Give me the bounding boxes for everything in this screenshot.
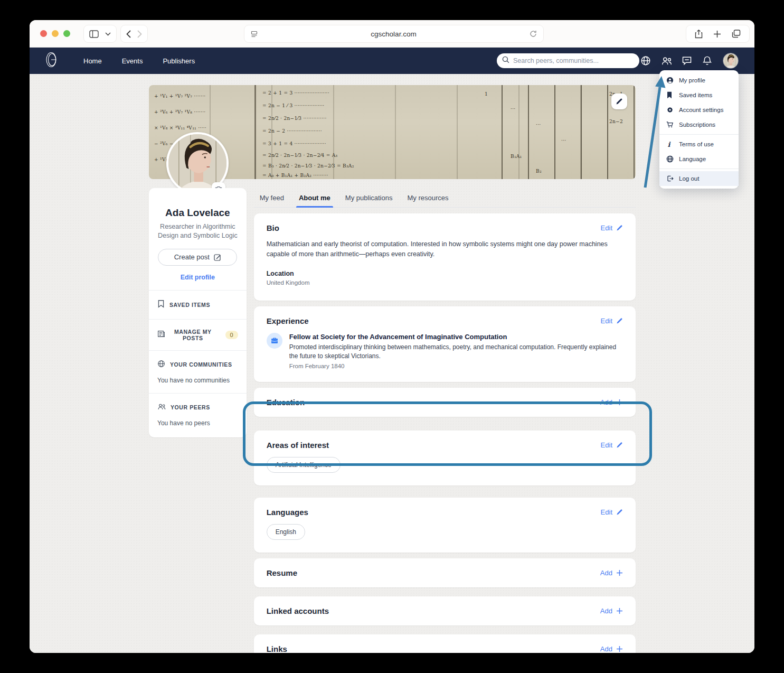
- chevron-down-icon[interactable]: [105, 32, 111, 36]
- menu-item-account-settings[interactable]: Account settings: [659, 102, 739, 117]
- notifications-icon[interactable]: [702, 55, 713, 66]
- experience-title: Experience: [267, 316, 601, 325]
- forward-icon[interactable]: [137, 30, 142, 38]
- nav-link-home[interactable]: Home: [83, 57, 102, 65]
- search-bar: [497, 53, 639, 68]
- divider: [149, 350, 247, 351]
- tab-overview-icon[interactable]: [732, 30, 741, 38]
- cover-formula: + ²V₆ + ²V₇ ¹V₈ ·······: [154, 109, 205, 115]
- cover-formula: = 2n − 2 ·····················: [262, 128, 322, 134]
- add-label: Add: [600, 398, 612, 406]
- edit-cover-button[interactable]: [611, 94, 627, 109]
- edit-label: Edit: [601, 317, 612, 325]
- resume-title: Resume: [267, 568, 600, 577]
- history-nav: [120, 25, 148, 43]
- add-resume-button[interactable]: Add: [600, 569, 623, 577]
- info-icon: i: [666, 141, 674, 148]
- sidebar-toggle-icon[interactable]: [89, 30, 99, 38]
- share-icon[interactable]: [695, 30, 703, 39]
- sidebar-item-saved-items[interactable]: SAVED ITEMS: [157, 300, 238, 310]
- language-chip[interactable]: English: [267, 524, 305, 540]
- posts-icon: [157, 330, 165, 340]
- nav-link-publishers[interactable]: Publishers: [163, 57, 195, 65]
- nav-link-events[interactable]: Events: [122, 57, 143, 65]
- links-section: Links Add: [254, 634, 636, 653]
- cover-formula: 2n−2: [609, 119, 623, 124]
- bio-section: Bio Edit Mathematician and early theoris…: [254, 213, 636, 301]
- cover-formula: = B₃ · 2n⁄2 · 2n−1⁄3 · 2n−2⁄3 = B₃A₂: [262, 163, 354, 169]
- menu-item-my-profile[interactable]: My profile: [659, 73, 739, 88]
- back-icon[interactable]: [126, 30, 131, 38]
- edit-areas-button[interactable]: Edit: [601, 441, 623, 449]
- cover-formula: 1: [485, 91, 488, 97]
- zoom-window-button[interactable]: [63, 30, 70, 37]
- plus-icon: [616, 646, 623, 652]
- linked-accounts-title: Linked accounts: [267, 606, 600, 615]
- resume-section: Resume Add: [254, 558, 636, 587]
- reader-mode-icon[interactable]: [251, 31, 258, 38]
- person-circle-icon: [666, 77, 674, 84]
- menu-label: Language: [679, 156, 706, 162]
- cover-formula: = 2 + 1 = 3 ·····················: [262, 90, 329, 96]
- cover-formula: = 2n⁄2 · 2n−1⁄3 ··············: [262, 116, 327, 121]
- menu-item-saved-items[interactable]: Saved items: [659, 88, 739, 102]
- address-bar[interactable]: cgscholar.com: [244, 25, 544, 43]
- create-post-button[interactable]: Create post: [158, 249, 237, 266]
- sidebar-item-manage-posts[interactable]: MANAGE MY POSTS 0: [157, 329, 238, 341]
- menu-label: My profile: [679, 77, 705, 83]
- add-link-button[interactable]: Add: [600, 645, 623, 653]
- close-window-button[interactable]: [40, 30, 47, 37]
- no-peers-text: You have no peers: [157, 419, 238, 427]
- search-input[interactable]: [513, 57, 634, 64]
- cover-table-rule: [254, 85, 256, 179]
- tab-about-me[interactable]: About me: [298, 191, 331, 207]
- add-linked-account-button[interactable]: Add: [600, 607, 623, 615]
- bookmark-icon: [157, 300, 165, 310]
- cover-formula: B₂: [536, 169, 542, 174]
- messages-icon[interactable]: [682, 55, 692, 66]
- peers-icon[interactable]: [661, 55, 672, 66]
- edit-label: Edit: [601, 224, 612, 232]
- tab-my-publications[interactable]: My publications: [345, 191, 393, 207]
- bookmark-icon: [666, 91, 674, 99]
- communities-icon[interactable]: [640, 55, 651, 66]
- sidebar-item-your-communities[interactable]: YOUR COMMUNITIES: [157, 360, 238, 370]
- experience-entry: Fellow at Society for the Advancement of…: [267, 333, 623, 370]
- menu-label: Account settings: [679, 107, 723, 113]
- edit-bio-button[interactable]: Edit: [601, 224, 623, 232]
- cover-formula: B₁A₁: [511, 154, 522, 159]
- menu-divider: [659, 134, 739, 135]
- add-education-button[interactable]: Add: [600, 398, 623, 406]
- reload-icon[interactable]: [530, 30, 537, 38]
- pencil-icon: [616, 509, 623, 516]
- tab-my-resources[interactable]: My resources: [407, 191, 449, 207]
- sidebar-item-your-peers[interactable]: YOUR PEERS: [157, 403, 238, 413]
- cgscholar-logo[interactable]: [44, 51, 58, 70]
- new-tab-icon[interactable]: [713, 30, 721, 38]
- pencil-icon: [616, 225, 623, 231]
- edit-profile-link[interactable]: Edit profile: [157, 274, 238, 281]
- cover-formula: ···: [561, 138, 566, 143]
- menu-item-log-out[interactable]: Log out: [659, 171, 739, 186]
- your-peers-label: YOUR PEERS: [171, 404, 210, 410]
- globe-icon: [157, 360, 165, 370]
- search-icon: [502, 56, 509, 66]
- add-label: Add: [600, 569, 612, 577]
- experience-from: From February 1840: [289, 363, 623, 369]
- minimize-window-button[interactable]: [52, 30, 59, 37]
- areas-of-interest-section: Areas of interest Edit Artificial Intell…: [254, 431, 636, 485]
- experience-description: Promoted interdisciplinary thinking betw…: [289, 343, 623, 361]
- profile-card: Ada Lovelace Researcher in Algorithmic D…: [149, 188, 247, 437]
- toolbar-right: [686, 25, 750, 43]
- education-section: Education Add: [254, 388, 636, 417]
- user-avatar[interactable]: [723, 53, 739, 69]
- edit-experience-button[interactable]: Edit: [601, 317, 623, 325]
- menu-item-subscriptions[interactable]: Subscriptions: [659, 117, 739, 132]
- pencil-icon: [616, 442, 623, 448]
- menu-item-language[interactable]: Language: [659, 152, 739, 166]
- menu-item-terms-of-use[interactable]: i Terms of use: [659, 137, 739, 152]
- edit-languages-button[interactable]: Edit: [601, 508, 623, 516]
- interest-chip[interactable]: Artificial Intelligence: [267, 457, 341, 473]
- tab-my-feed[interactable]: My feed: [259, 191, 285, 207]
- bio-text: Mathematician and early theorist of comp…: [267, 239, 623, 259]
